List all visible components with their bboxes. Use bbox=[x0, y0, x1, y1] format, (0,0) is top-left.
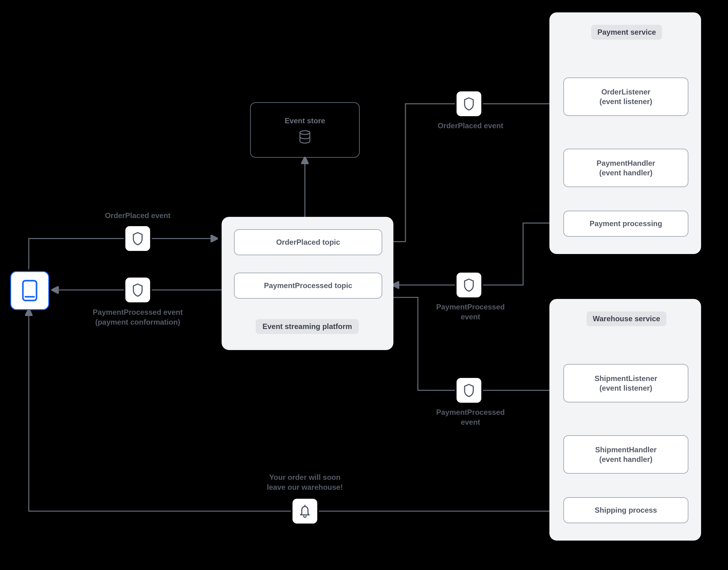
label-payment-processed-mid: PaymentProcessed event bbox=[433, 302, 508, 322]
payment-handler: PaymentHandler (event handler) bbox=[563, 149, 688, 187]
diagram-canvas: OrderPlaced event PaymentProcessed event… bbox=[0, 0, 728, 570]
payment-service-panel: Payment service OrderListener (event lis… bbox=[549, 12, 701, 254]
svg-point-2 bbox=[300, 131, 310, 134]
topic-order-placed: OrderPlaced topic bbox=[234, 229, 382, 255]
label-payment-processed-lower: PaymentProcessed event bbox=[433, 407, 508, 428]
shipment-handler: ShipmentHandler (event handler) bbox=[563, 435, 688, 474]
payment-handler-label: PaymentHandler (event handler) bbox=[597, 158, 655, 178]
topic-order-placed-label: OrderPlaced topic bbox=[276, 237, 340, 247]
shield-icon bbox=[463, 383, 475, 397]
mobile-device-icon bbox=[22, 279, 38, 302]
payment-order-listener-label: OrderListener (event listener) bbox=[600, 87, 653, 106]
shield-icon bbox=[463, 97, 475, 110]
shield-node-payment-processed-mid bbox=[457, 273, 481, 297]
label-order-placed-event: OrderPlaced event bbox=[91, 211, 184, 221]
event-store-node: Event store bbox=[250, 102, 360, 158]
label-order-placed-right: OrderPlaced event bbox=[433, 121, 508, 131]
payment-order-listener: OrderListener (event listener) bbox=[563, 77, 688, 116]
topic-payment-processed-label: PaymentProcessed topic bbox=[264, 281, 352, 290]
payment-processing-label: Payment processing bbox=[590, 219, 662, 228]
platform-title: Event streaming platform bbox=[256, 319, 359, 334]
shipment-listener-label: ShipmentListener (event listener) bbox=[595, 373, 657, 393]
shield-node-order-placed-right bbox=[457, 91, 481, 116]
payment-service-title: Payment service bbox=[591, 25, 662, 40]
mobile-device-node bbox=[10, 271, 49, 310]
shield-node-payment-processed-lower bbox=[457, 378, 481, 403]
shipping-process-label: Shipping process bbox=[595, 505, 657, 515]
payment-processing: Payment processing bbox=[563, 211, 688, 237]
warehouse-service-title: Warehouse service bbox=[587, 311, 666, 326]
shield-node-order-placed bbox=[125, 226, 150, 251]
topic-payment-processed: PaymentProcessed topic bbox=[234, 273, 382, 299]
database-icon bbox=[299, 130, 311, 144]
platform-panel: OrderPlaced topic PaymentProcessed topic… bbox=[222, 217, 394, 350]
warehouse-service-panel: Warehouse service ShipmentListener (even… bbox=[549, 299, 701, 541]
shield-icon bbox=[132, 232, 144, 245]
shield-icon bbox=[132, 283, 144, 297]
label-payment-processed-left: PaymentProcessed event (payment conforma… bbox=[77, 307, 198, 327]
event-store-title: Event store bbox=[285, 116, 325, 125]
shipping-process: Shipping process bbox=[563, 497, 688, 523]
shipment-listener: ShipmentListener (event listener) bbox=[563, 364, 688, 402]
shield-node-payment-processed-left bbox=[125, 278, 150, 302]
shield-icon bbox=[463, 278, 475, 292]
label-notification: Your order will soon leave our warehouse… bbox=[257, 473, 353, 493]
bell-icon bbox=[299, 504, 311, 518]
shipment-handler-label: ShipmentHandler (event handler) bbox=[595, 445, 657, 464]
bell-node bbox=[292, 499, 317, 524]
